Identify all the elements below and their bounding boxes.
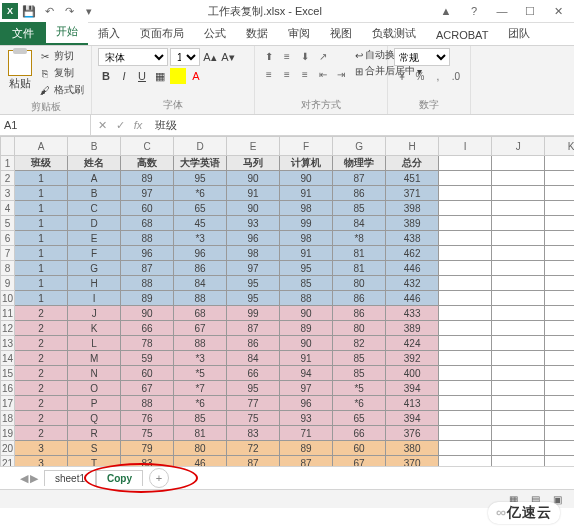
cell[interactable] (545, 426, 574, 441)
align-center-icon[interactable]: ≡ (279, 66, 295, 82)
cell[interactable]: 98 (280, 231, 333, 246)
cell[interactable]: 66 (333, 426, 386, 441)
cell[interactable]: 413 (386, 396, 439, 411)
cell[interactable]: 67 (121, 381, 174, 396)
col-header[interactable]: E (227, 137, 280, 156)
row-header[interactable]: 2 (1, 171, 15, 186)
col-header[interactable]: F (280, 137, 333, 156)
cell[interactable] (545, 261, 574, 276)
cell[interactable]: H (68, 276, 121, 291)
row-header[interactable]: 6 (1, 231, 15, 246)
cell[interactable] (439, 321, 492, 336)
cell[interactable]: 3 (15, 441, 68, 456)
cell[interactable]: 91 (227, 186, 280, 201)
cell[interactable]: 88 (174, 336, 227, 351)
cell[interactable] (492, 201, 545, 216)
cell[interactable]: 85 (333, 366, 386, 381)
cell[interactable]: 99 (280, 216, 333, 231)
cell[interactable]: D (68, 216, 121, 231)
cell[interactable]: E (68, 231, 121, 246)
cell[interactable]: 89 (121, 171, 174, 186)
cell[interactable]: 80 (333, 276, 386, 291)
cell[interactable] (439, 396, 492, 411)
cell[interactable]: 389 (386, 216, 439, 231)
cell[interactable] (545, 396, 574, 411)
cell[interactable]: 1 (15, 276, 68, 291)
cell[interactable] (492, 186, 545, 201)
cell[interactable]: 95 (227, 291, 280, 306)
cell[interactable]: 75 (121, 426, 174, 441)
cell[interactable]: *5 (174, 366, 227, 381)
cell[interactable]: 60 (333, 441, 386, 456)
cell[interactable]: 89 (121, 291, 174, 306)
cell[interactable] (439, 411, 492, 426)
row-header[interactable]: 9 (1, 276, 15, 291)
cell[interactable]: 97 (280, 381, 333, 396)
cell[interactable]: 97 (227, 261, 280, 276)
cell[interactable] (439, 426, 492, 441)
cell[interactable]: 400 (386, 366, 439, 381)
cell[interactable] (545, 351, 574, 366)
row-header[interactable]: 10 (1, 291, 15, 306)
col-header[interactable]: D (174, 137, 227, 156)
tab-acrobat[interactable]: ACROBAT (426, 25, 498, 45)
cut-button[interactable]: ✂剪切 (38, 48, 85, 64)
tab-page-layout[interactable]: 页面布局 (130, 22, 194, 45)
cell[interactable] (545, 321, 574, 336)
cell[interactable] (439, 186, 492, 201)
maximize-icon[interactable]: ☐ (516, 1, 544, 21)
cell[interactable]: 80 (174, 441, 227, 456)
cell[interactable]: 总分 (386, 156, 439, 171)
cell[interactable]: 91 (280, 351, 333, 366)
cell[interactable]: J (68, 306, 121, 321)
cell[interactable]: 77 (227, 396, 280, 411)
align-top-icon[interactable]: ⬆ (261, 48, 277, 64)
cell[interactable]: 45 (174, 216, 227, 231)
align-left-icon[interactable]: ≡ (261, 66, 277, 82)
indent-inc-icon[interactable]: ⇥ (333, 66, 349, 82)
align-bottom-icon[interactable]: ⬇ (297, 48, 313, 64)
cell[interactable] (439, 351, 492, 366)
add-sheet-button[interactable]: + (149, 468, 169, 488)
cell[interactable] (545, 201, 574, 216)
cell[interactable]: 93 (280, 411, 333, 426)
cell[interactable]: 82 (333, 336, 386, 351)
tab-insert[interactable]: 插入 (88, 22, 130, 45)
cell[interactable]: 90 (280, 171, 333, 186)
cell[interactable] (492, 381, 545, 396)
tab-formulas[interactable]: 公式 (194, 22, 236, 45)
cell[interactable] (439, 171, 492, 186)
cell[interactable]: 93 (227, 216, 280, 231)
cell[interactable] (492, 336, 545, 351)
cell[interactable]: 90 (227, 171, 280, 186)
cell[interactable]: 79 (121, 441, 174, 456)
cell[interactable]: P (68, 396, 121, 411)
cell[interactable] (545, 381, 574, 396)
cell[interactable]: 87 (280, 456, 333, 467)
cell[interactable]: 392 (386, 351, 439, 366)
cell[interactable]: 446 (386, 291, 439, 306)
cell[interactable]: 马列 (227, 156, 280, 171)
cell[interactable]: 89 (280, 441, 333, 456)
cell[interactable]: 96 (174, 246, 227, 261)
col-header[interactable]: J (492, 137, 545, 156)
cell[interactable]: 99 (227, 306, 280, 321)
cell[interactable]: 96 (227, 231, 280, 246)
cell[interactable] (492, 291, 545, 306)
cell[interactable]: 2 (15, 321, 68, 336)
cell[interactable] (439, 291, 492, 306)
underline-button[interactable]: U (134, 68, 150, 84)
cell[interactable] (545, 441, 574, 456)
fx-icon[interactable]: fx (129, 119, 147, 132)
comma-icon[interactable]: , (430, 68, 446, 84)
col-header[interactable]: K (545, 137, 574, 156)
cell[interactable]: *3 (174, 351, 227, 366)
row-header[interactable]: 17 (1, 396, 15, 411)
cell[interactable]: Q (68, 411, 121, 426)
cell[interactable]: T (68, 456, 121, 467)
cell[interactable] (545, 231, 574, 246)
cell[interactable] (439, 381, 492, 396)
cell[interactable] (439, 261, 492, 276)
cell[interactable]: 433 (386, 306, 439, 321)
cell[interactable]: 462 (386, 246, 439, 261)
